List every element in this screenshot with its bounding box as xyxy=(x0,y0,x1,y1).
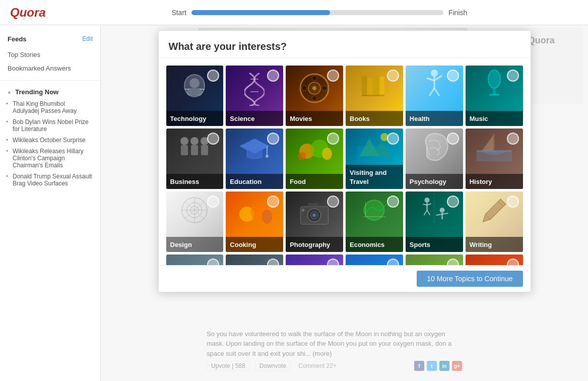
topic-overlay-food: Food xyxy=(286,174,343,189)
topic-label-movies: Movies xyxy=(290,115,312,122)
topic-overlay-visiting: Visiting and Travel xyxy=(346,165,403,189)
topic-item-health[interactable]: Health xyxy=(406,66,463,126)
header: Quora Start Finish xyxy=(0,0,588,25)
topic-select-partial-6 xyxy=(507,259,519,265)
topic-select-health xyxy=(447,70,459,82)
sports-icon xyxy=(418,194,450,224)
trending-item-3[interactable]: Wikileaks October Surprise xyxy=(0,135,100,146)
topic-item-partial-6[interactable] xyxy=(466,255,523,265)
topic-item-education[interactable]: Education xyxy=(226,129,283,189)
topic-item-science[interactable]: Science xyxy=(226,66,283,126)
topic-item-music[interactable]: Music xyxy=(466,66,523,126)
topic-item-partial-2[interactable] xyxy=(226,255,283,265)
sidebar-item-top-stories[interactable]: Top Stories xyxy=(0,48,100,61)
topic-label-cooking: Cooking xyxy=(230,241,256,248)
topic-select-writing xyxy=(507,196,519,208)
topic-item-partial-4[interactable] xyxy=(346,255,403,265)
topic-item-writing[interactable]: Writing xyxy=(466,192,523,252)
topic-select-partial-1 xyxy=(207,259,219,265)
svg-rect-15 xyxy=(368,78,372,96)
modal-title: What are your interests? xyxy=(169,41,520,52)
topic-select-education xyxy=(267,133,279,145)
topic-overlay-cooking: Cooking xyxy=(226,237,283,252)
topic-select-photography xyxy=(327,196,339,208)
topic-label-books: Books xyxy=(350,115,370,122)
svg-point-9 xyxy=(312,86,316,90)
topic-overlay-photography: Photography xyxy=(286,237,343,252)
modal-backdrop: What are your interests? xyxy=(101,25,588,381)
svg-rect-51 xyxy=(493,134,495,151)
svg-point-62 xyxy=(262,210,272,224)
topic-label-food: Food xyxy=(290,178,306,185)
svg-point-42 xyxy=(322,148,332,160)
topic-item-psychology[interactable]: Psychology xyxy=(406,129,463,189)
topic-select-technology xyxy=(207,70,219,82)
topic-select-music xyxy=(507,70,519,82)
svg-point-19 xyxy=(431,70,438,77)
topic-item-photography[interactable]: Photography xyxy=(286,192,343,252)
music-icon xyxy=(484,68,504,101)
topic-item-partial-1[interactable] xyxy=(166,255,224,265)
topic-item-history[interactable]: History xyxy=(466,129,523,189)
topic-overlay-technology: Technology xyxy=(166,111,224,126)
svg-point-72 xyxy=(424,198,429,203)
svg-point-25 xyxy=(488,70,500,88)
content-area: Welcome to Quora people like you rs to s… xyxy=(101,25,588,381)
topic-label-writing: Writing xyxy=(470,241,492,248)
topic-label-sports: Sports xyxy=(410,241,430,248)
topic-item-technology[interactable]: Technology xyxy=(166,66,224,126)
sidebar-item-bookmarked[interactable]: Bookmarked Answers xyxy=(0,61,100,75)
topic-item-books[interactable]: Books xyxy=(346,66,403,126)
topic-item-economics[interactable]: Economics xyxy=(346,192,403,252)
topic-select-science xyxy=(267,70,279,82)
trending-item-5[interactable]: Donald Trump Sexual Assault Brag Video S… xyxy=(0,171,100,189)
topic-item-partial-3[interactable] xyxy=(286,255,343,265)
topic-item-design[interactable]: Design xyxy=(166,192,224,252)
topic-item-food[interactable]: Food xyxy=(286,129,343,189)
topic-item-business[interactable]: Business xyxy=(166,129,224,189)
visiting-icon xyxy=(357,131,392,161)
svg-line-23 xyxy=(429,88,434,96)
topics-grid: Technology xyxy=(166,66,523,265)
topic-overlay-books: Books xyxy=(346,111,403,126)
logo[interactable]: Quora xyxy=(10,6,46,20)
topic-item-movies[interactable]: Movies xyxy=(286,66,343,126)
topic-select-books xyxy=(387,70,399,82)
topic-label-science: Science xyxy=(230,115,254,122)
trending-item-4[interactable]: Wikileaks Releases Hillary Clinton's Cam… xyxy=(0,146,100,171)
svg-rect-52 xyxy=(477,150,512,152)
topic-select-food xyxy=(327,133,339,145)
topic-overlay-movies: Movies xyxy=(286,111,343,126)
topic-select-sports xyxy=(447,196,459,208)
main-layout: Feeds Edit Top Stories Bookmarked Answer… xyxy=(0,25,588,381)
progress-start-label: Start xyxy=(171,9,186,17)
svg-point-33 xyxy=(190,137,199,145)
cooking-icon xyxy=(237,194,272,227)
writing-icon xyxy=(480,197,508,224)
svg-rect-36 xyxy=(201,145,208,155)
modal-body[interactable]: Technology xyxy=(159,58,531,265)
topic-select-partial-3 xyxy=(327,259,339,265)
topic-overlay-health: Health xyxy=(406,111,463,126)
trending-item-1[interactable]: Thai King Bhumibol Adulyadej Passes Away xyxy=(0,98,100,116)
topic-label-history: History xyxy=(470,178,492,185)
topic-item-sports[interactable]: Sports xyxy=(406,192,463,252)
topic-label-technology: Technology xyxy=(170,115,207,122)
sidebar-edit-link[interactable]: Edit xyxy=(82,35,93,43)
education-icon xyxy=(239,136,270,161)
svg-point-13 xyxy=(322,86,327,91)
svg-rect-17 xyxy=(380,77,384,96)
svg-line-24 xyxy=(434,88,439,96)
topic-select-partial-4 xyxy=(387,259,399,265)
svg-point-39 xyxy=(266,155,269,158)
topic-overlay-music: Music xyxy=(466,111,523,126)
progress-finish-label: Finish xyxy=(448,9,467,17)
trending-item-2[interactable]: Bob Dylan Wins Nobel Prize for Literatur… xyxy=(0,116,100,135)
topic-item-cooking[interactable]: Cooking xyxy=(226,192,283,252)
topic-item-visiting[interactable]: Visiting and Travel xyxy=(346,129,403,189)
topic-label-health: Health xyxy=(410,115,430,122)
svg-point-67 xyxy=(313,214,316,217)
svg-line-21 xyxy=(427,78,434,81)
continue-button[interactable]: 10 More Topics to Continue xyxy=(417,271,522,287)
topic-item-partial-5[interactable] xyxy=(406,255,463,265)
